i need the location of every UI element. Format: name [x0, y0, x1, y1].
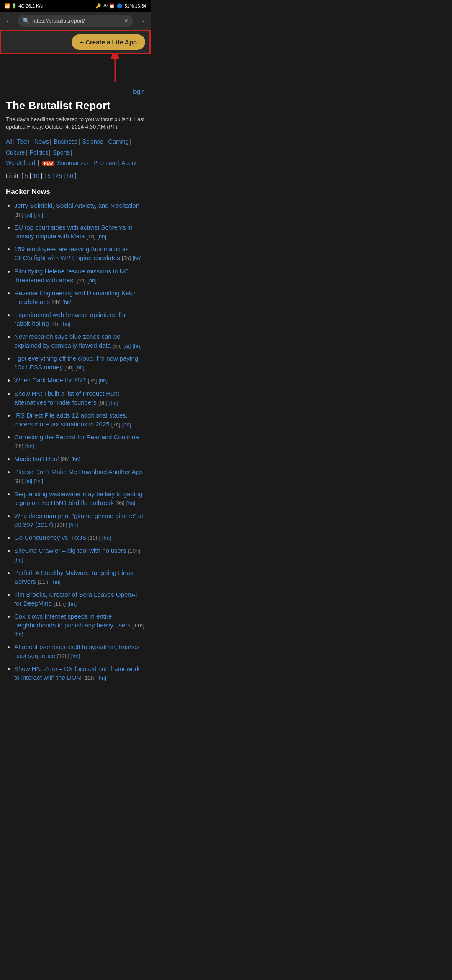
tag-ai-13[interactable]: [ai]	[25, 478, 32, 484]
key-icon: 🔑	[95, 3, 101, 9]
tag-ai-0[interactable]: [ai]	[25, 211, 32, 218]
tag-hn-22[interactable]: [hn]	[97, 675, 106, 681]
tag-hn-1[interactable]: [hn]	[97, 233, 106, 240]
create-app-button[interactable]: + Create a Lite App	[72, 34, 145, 50]
news-item-16: Why does man print "gimme gimme gimme" a…	[14, 511, 145, 529]
browser-chrome: ← 🔍 https://brutalist.report/ × →	[0, 12, 151, 30]
back-button[interactable]: ←	[3, 14, 15, 27]
forward-button[interactable]: →	[136, 14, 147, 27]
tag-hn-11[interactable]: [hn]	[25, 443, 34, 449]
signal-icon: 📶	[4, 3, 10, 9]
news-link-15[interactable]: Why does man print "gimme gimme gimme" a…	[14, 512, 143, 528]
nav-all[interactable]: All	[6, 138, 13, 145]
news-link-22[interactable]: Show HN: Zero – DX focused non framework…	[14, 665, 140, 681]
news-item-14: Please Don't Make Me Download Another Ap…	[14, 467, 145, 485]
tag-hn-5[interactable]: [hn]	[62, 321, 71, 327]
news-link-13[interactable]: Please Don't Make Me Download Another Ap…	[14, 468, 143, 475]
url-bar[interactable]: 🔍 https://brutalist.report/ ×	[18, 15, 133, 27]
news-item-19: Perfctl: A Stealthy Malware Targeting Li…	[14, 568, 145, 586]
nav-wordcloud[interactable]: WordCloud	[6, 160, 35, 166]
news-item-9: When Dark Mode for YN? [5h] [hn]	[14, 376, 145, 384]
news-link-8[interactable]: When Dark Mode for YN?	[14, 377, 86, 384]
limit-15[interactable]: 15	[44, 173, 51, 179]
alarm-icon: ⏰	[109, 3, 115, 9]
limit-10[interactable]: 10	[33, 173, 39, 179]
hacker-news-title: Hacker News	[6, 188, 145, 196]
nav-tech[interactable]: Tech	[17, 138, 30, 145]
nav-sports[interactable]: Sports	[53, 149, 70, 156]
news-item-13: Magic Isn't Real [9h] [hn]	[14, 454, 145, 463]
status-speed: 4G 26.2 K/s	[18, 3, 43, 8]
wifi-icon: 🔋	[11, 3, 17, 9]
news-item-8: I got everything off the cloud: I'm now …	[14, 354, 145, 371]
tag-hn-12[interactable]: [hn]	[71, 456, 80, 462]
nav-news[interactable]: News	[34, 138, 49, 145]
news-item-17: Go Concurrency vs. RxJS [10h] [hn]	[14, 533, 145, 542]
news-item-12: Correcting the Record for Pear and Conti…	[14, 433, 145, 450]
news-link-1[interactable]: EU top court sides with activist Schrems…	[14, 224, 133, 240]
news-link-20[interactable]: Cox slows Internet speeds in entire neig…	[14, 613, 131, 629]
news-item-3: 159 employees are leaving Automattic as …	[14, 245, 145, 262]
new-badge: NEW	[42, 161, 54, 166]
tag-hn-17[interactable]: [hn]	[14, 557, 23, 563]
news-link-16[interactable]: Go Concurrency vs. RxJS	[14, 534, 87, 541]
news-link-6[interactable]: New research says blue zones can be expl…	[14, 333, 120, 349]
tag-hn-19[interactable]: [hn]	[67, 601, 77, 607]
tag-hn-7[interactable]: [hn]	[75, 364, 85, 371]
nav-culture[interactable]: Culture	[6, 149, 25, 156]
tag-ai-6[interactable]: [ai]	[123, 343, 131, 349]
red-arrow-svg	[103, 54, 128, 84]
arrow-area	[0, 54, 151, 84]
tag-hn-18[interactable]: [hn]	[51, 579, 61, 585]
news-link-10[interactable]: IRS Direct File adds 12 additional state…	[14, 412, 128, 428]
tag-hn-6[interactable]: [hn]	[133, 343, 142, 349]
site-description: The day's headlines delivered to you wit…	[6, 116, 145, 131]
tag-hn-20[interactable]: [hn]	[14, 631, 23, 637]
status-bar: 📶 🔋 4G 26.2 K/s 🔑 👁 ⏰ 🔵 51% 13:34	[0, 0, 151, 12]
tag-hn-15[interactable]: [hn]	[69, 522, 78, 528]
news-item-4: Pilot flying Helene rescue missions in N…	[14, 267, 145, 284]
status-right: 🔑 👁 ⏰ 🔵 51% 13:34	[95, 3, 146, 9]
news-item-10: Show HN: I built a list of Product Hunt …	[14, 389, 145, 407]
search-icon: 🔍	[23, 18, 30, 24]
tag-hn-9[interactable]: [hn]	[109, 400, 118, 406]
limit-50[interactable]: 50	[67, 173, 73, 179]
news-link-17[interactable]: SiteOne Crawler – big tool with no users	[14, 547, 126, 554]
tag-hn-21[interactable]: [hn]	[71, 653, 80, 659]
limit-5[interactable]: 5	[25, 173, 28, 179]
tag-hn-2[interactable]: [hn]	[133, 255, 142, 261]
news-link-2[interactable]: 159 employees are leaving Automattic as …	[14, 245, 129, 261]
limit-25[interactable]: 25	[55, 173, 62, 179]
tag-hn-0[interactable]: [hn]	[34, 211, 43, 218]
news-link-18[interactable]: Perfctl: A Stealthy Malware Targeting Li…	[14, 569, 133, 585]
news-item-7: New research says blue zones can be expl…	[14, 332, 145, 350]
tag-hn-8[interactable]: [hn]	[99, 377, 108, 384]
battery-status: 51% 13:34	[124, 3, 146, 8]
nav-about[interactable]: About	[121, 160, 137, 166]
news-item-23: Show HN: Zero – DX focused non framework…	[14, 664, 145, 682]
nav-gaming[interactable]: Gaming	[108, 138, 128, 145]
news-list: Jerry Seinfeld, Social Anxiety, and Medi…	[6, 201, 145, 682]
close-icon[interactable]: ×	[124, 17, 128, 25]
tag-hn-10[interactable]: [hn]	[122, 421, 131, 428]
tag-hn-14[interactable]: [hn]	[126, 500, 136, 506]
nav-science[interactable]: Science	[82, 138, 103, 145]
news-link-11[interactable]: Correcting the Record for Pear and Conti…	[14, 433, 139, 441]
url-text: https://brutalist.report/	[32, 18, 122, 24]
tag-hn-4[interactable]: [hn]	[62, 299, 72, 305]
nav-premium[interactable]: Premium	[93, 160, 117, 166]
nav-business[interactable]: Business	[54, 138, 78, 145]
news-link-3[interactable]: Pilot flying Helene rescue missions in N…	[14, 268, 128, 284]
tag-hn-13[interactable]: [hn]	[34, 478, 43, 484]
nav-politics[interactable]: Politics	[30, 149, 48, 156]
news-link-0[interactable]: Jerry Seinfeld, Social Anxiety, and Medi…	[14, 202, 139, 209]
news-link-4[interactable]: Reverse Engineering and Dismantling Kekz…	[14, 289, 135, 305]
site-title: The Brutalist Report	[6, 99, 145, 112]
tag-hn-3[interactable]: [hn]	[87, 277, 97, 284]
news-item-20: Tim Brooks, Creator of Sora Leaves OpenA…	[14, 590, 145, 608]
news-link-12[interactable]: Magic Isn't Real	[14, 455, 59, 462]
tag-hn-16[interactable]: [hn]	[102, 535, 111, 541]
news-item-6: Experimental web browser optimized for r…	[14, 310, 145, 328]
nav-summarizer[interactable]: Summarizer	[57, 160, 88, 166]
login-link[interactable]: login	[132, 88, 145, 95]
